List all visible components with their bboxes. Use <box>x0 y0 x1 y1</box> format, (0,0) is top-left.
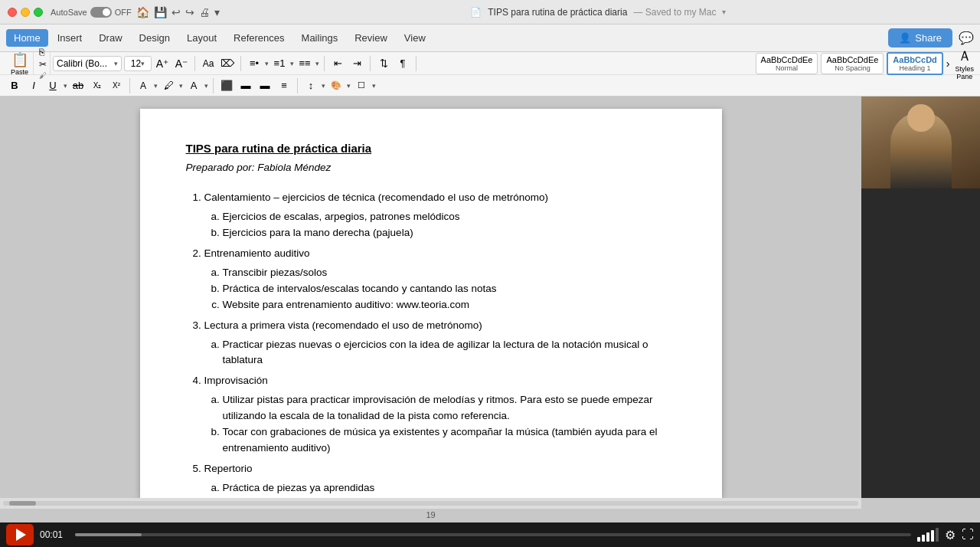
style-presets: AaBbCcDdEe Normal AaBbCcDdEe No Spacing … <box>756 52 950 75</box>
save-icon[interactable]: 💾 <box>154 6 167 18</box>
menu-bar: Home Insert Draw Design Layout Reference… <box>0 25 980 52</box>
shading-button[interactable]: 🎨 <box>328 77 345 94</box>
increase-indent-button[interactable]: ⇥ <box>348 55 365 72</box>
menu-layout[interactable]: Layout <box>179 29 224 47</box>
document-title: TIPS para rutina de práctica diaria <box>488 7 627 18</box>
play-button[interactable] <box>6 524 34 545</box>
font-family-selector[interactable]: Calibri (Bo... ▾ <box>53 56 122 71</box>
undo-icon[interactable]: ↩ <box>172 6 181 18</box>
font-color-button[interactable]: A <box>135 77 152 94</box>
style-normal-preview: AaBbCcDdEe <box>761 55 813 64</box>
style-heading1[interactable]: AaBbCcDd Heading 1 <box>887 52 942 75</box>
traffic-lights[interactable] <box>8 8 43 17</box>
scrollbar-thumb[interactable] <box>9 501 36 506</box>
bullet-list-arrow[interactable]: ▾ <box>265 60 269 67</box>
align-center-button[interactable]: ▬ <box>237 77 254 94</box>
paste-icon: 📋 <box>11 51 28 68</box>
paste-format-icon[interactable]: ✂ <box>39 59 47 70</box>
style-normal[interactable]: AaBbCcDdEe Normal <box>756 53 818 74</box>
redo-icon[interactable]: ↪ <box>185 6 194 18</box>
menu-draw[interactable]: Draw <box>91 29 129 47</box>
sort-button[interactable]: ⇅ <box>375 55 392 72</box>
borders-button[interactable]: ☐ <box>353 77 370 94</box>
paste-group[interactable]: 📋 Paste <box>6 52 34 74</box>
timestamp: 00:01 <box>40 529 63 540</box>
style-no-spacing[interactable]: AaBbCcDdEe No Spacing <box>821 53 884 74</box>
justify-button[interactable]: ≡ <box>276 77 292 94</box>
fullscreen-icon[interactable]: ⛶ <box>962 528 974 542</box>
underline-button[interactable]: U <box>44 77 61 94</box>
signal-bars <box>917 528 939 542</box>
progress-bar-container[interactable] <box>75 533 911 536</box>
italic-button[interactable]: I <box>25 77 42 94</box>
bold-button[interactable]: B <box>6 77 23 94</box>
settings-icon[interactable]: ⚙ <box>945 528 956 542</box>
style-heading1-preview: AaBbCcDd <box>893 55 936 64</box>
doc-subtitle: Preparado por: Fabiola Méndez <box>186 160 676 176</box>
menu-references[interactable]: References <box>226 29 292 47</box>
font-grow-button[interactable]: A⁺ <box>154 55 171 72</box>
styles-pane-label: StylesPane <box>955 65 974 80</box>
share-button[interactable]: 👤 Share <box>888 28 952 47</box>
shading-arrow[interactable]: ▾ <box>347 82 351 90</box>
menu-insert[interactable]: Insert <box>50 29 90 47</box>
comments-icon[interactable]: 💬 <box>959 31 974 45</box>
main-area: TIPS para rutina de práctica diaria Prep… <box>0 97 980 498</box>
font-shrink-button[interactable]: A⁻ <box>173 55 190 72</box>
numbered-list-arrow[interactable]: ▾ <box>290 60 294 67</box>
multilevel-list-button[interactable]: ≡≡ <box>296 55 313 72</box>
minimize-button[interactable] <box>21 8 30 17</box>
subscript-button[interactable]: X₂ <box>89 77 106 94</box>
horizontal-scrollbar[interactable] <box>0 498 861 509</box>
show-hide-button[interactable]: ¶ <box>394 55 411 72</box>
highlight-arrow[interactable]: ▾ <box>179 82 183 90</box>
ribbon-row1: 📋 Paste ⎘ ✂ 🖌 Calibri (Bo... ▾ 12 ▾ A⁺ A… <box>0 52 980 75</box>
clipboard-group: ⎘ ✂ 🖌 <box>36 52 51 74</box>
styles-pane-button[interactable]: Ａ StylesPane <box>955 47 974 80</box>
decrease-indent-button[interactable]: ⇤ <box>329 55 346 72</box>
numbered-list-button[interactable]: ≡1 <box>271 55 288 72</box>
more-icon[interactable]: ▾ <box>214 6 220 18</box>
autosave-toggle[interactable] <box>90 7 112 18</box>
menu-home[interactable]: Home <box>6 29 48 47</box>
copy-icon[interactable]: ⎘ <box>39 47 47 57</box>
borders-arrow[interactable]: ▾ <box>372 82 376 90</box>
clear-format-button[interactable]: ⌦ <box>219 55 236 72</box>
superscript-button[interactable]: X² <box>108 77 125 94</box>
maximize-button[interactable] <box>34 8 43 17</box>
list-item: Website para entrenamiento auditivo: www… <box>223 297 676 313</box>
list-item: Ejercicios para la mano derecha (pajuela… <box>223 225 676 241</box>
underline-arrow[interactable]: ▾ <box>64 82 67 90</box>
doc-main-list: Calentamiento – ejercicios de técnica (r… <box>186 190 676 498</box>
autosave-control[interactable]: AutoSave OFF <box>51 7 132 18</box>
line-spacing-button[interactable]: ↕ <box>302 77 319 94</box>
font-name: Calibri (Bo... <box>57 58 107 69</box>
menu-view[interactable]: View <box>397 29 433 47</box>
close-button[interactable] <box>8 8 17 17</box>
font-size-selector[interactable]: 12 ▾ <box>124 56 152 71</box>
styles-nav-arrow[interactable]: › <box>946 57 950 70</box>
align-left-button[interactable]: ⬛ <box>218 77 235 94</box>
print-icon[interactable]: 🖨 <box>199 6 210 18</box>
menu-design[interactable]: Design <box>132 29 178 47</box>
bullet-list-button[interactable]: ≡• <box>246 55 263 72</box>
doc-file-icon: 📄 <box>470 7 482 18</box>
list-item: Práctica de piezas ya aprendidas <box>223 480 676 496</box>
ribbon-row2: B I U ▾ ab X₂ X² A ▾ 🖊 ▾ A ▾ ⬛ ▬ ▬ ≡ ↕ ▾… <box>0 75 980 97</box>
highlight-button[interactable]: 🖊 <box>160 77 177 94</box>
size-dropdown-arrow: ▾ <box>141 60 145 67</box>
list-item: Lectura a primera vista (recomendado el … <box>204 318 676 369</box>
font-color-arrow[interactable]: ▾ <box>154 82 158 90</box>
home-icon[interactable]: 🏠 <box>136 6 149 18</box>
align-right-button[interactable]: ▬ <box>256 77 273 94</box>
text-effect-arrow[interactable]: ▾ <box>204 82 208 90</box>
webcam-panel <box>861 97 980 498</box>
multilevel-list-arrow[interactable]: ▾ <box>315 60 319 67</box>
change-case-button[interactable]: Aa <box>200 55 217 72</box>
list-item: Improvisación Utilizar pistas para pract… <box>204 373 676 457</box>
line-spacing-arrow[interactable]: ▾ <box>322 82 325 90</box>
text-effect-button[interactable]: A <box>185 77 202 94</box>
strikethrough-button[interactable]: ab <box>70 77 87 94</box>
menu-review[interactable]: Review <box>347 29 395 47</box>
menu-mailings[interactable]: Mailings <box>294 29 346 47</box>
